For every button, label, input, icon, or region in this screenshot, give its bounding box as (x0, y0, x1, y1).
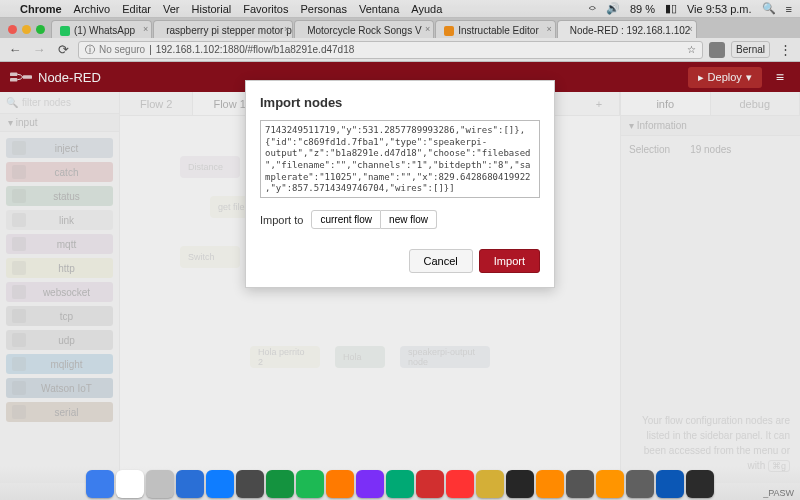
modal-overlay: Import nodes Import to current flow new … (0, 0, 800, 500)
dock-app-icon[interactable] (356, 470, 384, 498)
dock-app-icon[interactable] (656, 470, 684, 498)
dock-app-icon[interactable] (326, 470, 354, 498)
cancel-button[interactable]: Cancel (409, 249, 473, 273)
import-nodes-dialog: Import nodes Import to current flow new … (245, 80, 555, 288)
dock-app-icon[interactable] (206, 470, 234, 498)
dock-app-icon[interactable] (236, 470, 264, 498)
status-right: _PASW (763, 488, 794, 498)
dock-app-icon[interactable] (626, 470, 654, 498)
dock-app-icon[interactable] (446, 470, 474, 498)
dock-app-icon[interactable] (266, 470, 294, 498)
dock-app-icon[interactable] (176, 470, 204, 498)
dock-app-icon[interactable] (386, 470, 414, 498)
dock-app-icon[interactable] (596, 470, 624, 498)
dock-app-icon[interactable] (146, 470, 174, 498)
dock-app-icon[interactable] (86, 470, 114, 498)
import-button[interactable]: Import (479, 249, 540, 273)
dock-app-icon[interactable] (686, 470, 714, 498)
dock-app-icon[interactable] (416, 470, 444, 498)
dock-app-icon[interactable] (476, 470, 504, 498)
import-to-current-flow[interactable]: current flow (311, 210, 381, 229)
dock-app-icon[interactable] (536, 470, 564, 498)
dock-app-icon[interactable] (566, 470, 594, 498)
mac-dock (0, 466, 800, 500)
dock-app-icon[interactable] (116, 470, 144, 498)
dock-app-icon[interactable] (296, 470, 324, 498)
dock-app-icon[interactable] (506, 470, 534, 498)
import-to-new-flow[interactable]: new flow (381, 210, 437, 229)
dialog-title: Import nodes (260, 95, 540, 110)
import-json-textarea[interactable] (260, 120, 540, 198)
import-to-label: Import to (260, 214, 303, 226)
